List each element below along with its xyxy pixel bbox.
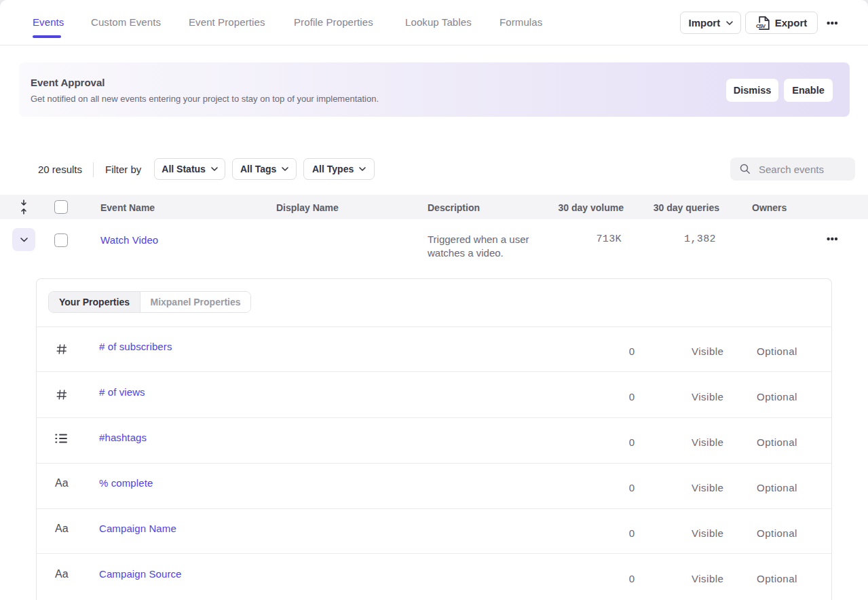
svg-text:CSV: CSV bbox=[756, 22, 766, 29]
